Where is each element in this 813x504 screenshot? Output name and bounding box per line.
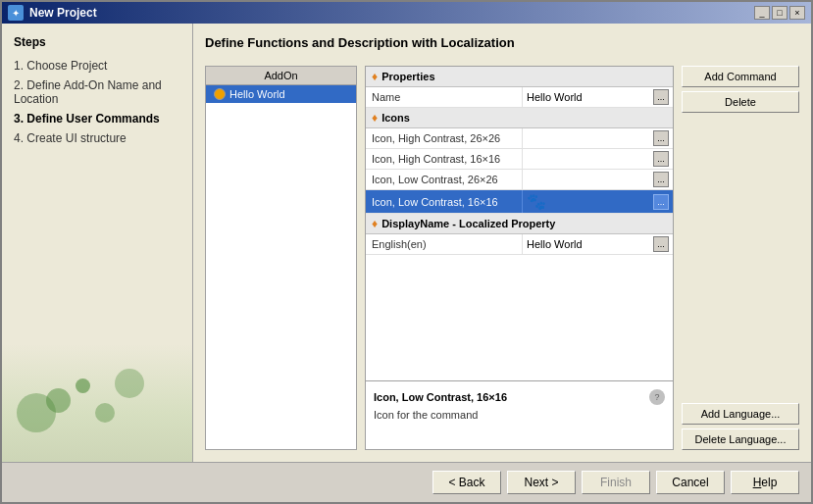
tree-panel: AddOn Hello World — [205, 66, 357, 450]
icon-row-0[interactable]: Icon, High Contrast, 26×26 ... — [366, 128, 673, 149]
english-value: Hello World — [527, 238, 649, 250]
name-row: Name Hello World ... — [366, 87, 673, 108]
window-title: New Project — [29, 6, 97, 20]
icon-edit-button-2[interactable]: ... — [653, 172, 669, 187]
description-text: Icon for the command — [374, 409, 665, 421]
delete-language-button[interactable]: Delete Language... — [682, 428, 799, 450]
back-button[interactable]: < Back — [432, 471, 501, 494]
icon-value-0: ... — [523, 128, 673, 148]
name-edit-button[interactable]: ... — [653, 89, 669, 105]
main-window: ✦ New Project _ □ × Steps 1. Choose Proj… — [0, 0, 813, 504]
page-title: Define Functions and Description with Lo… — [205, 35, 799, 50]
button-spacer — [682, 117, 799, 399]
properties-icon: ♦ — [372, 70, 378, 83]
step-1: 1. Choose Project — [14, 59, 180, 73]
english-label: English(en) — [366, 234, 523, 254]
icon-row-2[interactable]: Icon, Low Contrast, 26×26 ... — [366, 170, 673, 190]
section-icons: ♦ Icons — [366, 108, 673, 128]
step-4: 4. Create UI structure — [14, 131, 180, 145]
bottom-bar: < Back Next > Finish Cancel HHelpelp — [2, 462, 811, 502]
section-displayname: ♦ DisplayName - Localized Property — [366, 214, 673, 234]
title-bar-controls: _ □ × — [754, 6, 805, 20]
sidebar: Steps 1. Choose Project 2. Define Add-On… — [2, 24, 193, 462]
tree-item-hello-world[interactable]: Hello World — [206, 85, 356, 103]
panels-row: AddOn Hello World ♦ Properties — [205, 66, 799, 450]
icon-cursor-placeholder: 🐾 — [527, 193, 546, 210]
english-edit-button[interactable]: ... — [653, 236, 669, 252]
english-row: English(en) Hello World ... — [366, 234, 673, 255]
close-button[interactable]: × — [789, 6, 805, 20]
tree-panel-body[interactable]: Hello World — [206, 85, 356, 449]
bubble-small2 — [95, 403, 115, 423]
displayname-icon: ♦ — [372, 217, 378, 230]
cancel-button[interactable]: Cancel — [656, 471, 725, 494]
help-icon[interactable]: ? — [649, 389, 665, 405]
name-label: Name — [366, 87, 523, 107]
description-panel: Icon, Low Contrast, 16×16 ? Icon for the… — [366, 380, 673, 449]
icon-edit-button-0[interactable]: ... — [653, 130, 669, 146]
title-bar: ✦ New Project _ □ × — [2, 2, 811, 24]
title-bar-left: ✦ New Project — [8, 5, 97, 21]
bubble-medium2 — [115, 369, 144, 398]
icon-edit-button-1[interactable]: ... — [653, 151, 669, 167]
tree-item-icon — [214, 88, 226, 100]
properties-panel: ♦ Properties Name Hello World ... — [365, 66, 674, 450]
window-icon: ✦ — [8, 5, 24, 21]
help-button[interactable]: HHelpelp — [731, 471, 799, 494]
name-value-cell: Hello World ... — [523, 87, 673, 107]
step-2: 2. Define Add-On Name andLocation — [14, 78, 180, 106]
icons-section-icon: ♦ — [372, 111, 378, 125]
section-properties: ♦ Properties — [366, 67, 673, 87]
steps-list: 1. Choose Project 2. Define Add-On Name … — [14, 59, 180, 145]
english-value-cell: Hello World ... — [523, 234, 673, 254]
icon-label-0: Icon, High Contrast, 26×26 — [366, 128, 523, 148]
add-language-button[interactable]: Add Language... — [682, 403, 799, 425]
tree-panel-header: AddOn — [206, 67, 356, 85]
name-value: Hello World — [527, 91, 649, 103]
icon-row-1[interactable]: Icon, High Contrast, 16×16 ... — [366, 149, 673, 170]
finish-button[interactable]: Finish — [582, 471, 650, 494]
properties-table: ♦ Properties Name Hello World ... — [366, 67, 673, 380]
icon-value-3: 🐾 ... — [523, 190, 673, 213]
steps-heading: Steps — [14, 35, 180, 49]
description-header: Icon, Low Contrast, 16×16 ? — [374, 389, 665, 405]
icon-label-1: Icon, High Contrast, 16×16 — [366, 149, 523, 169]
description-title: Icon, Low Contrast, 16×16 — [374, 391, 645, 403]
delete-button[interactable]: Delete — [682, 91, 799, 113]
icon-label-2: Icon, Low Contrast, 26×26 — [366, 170, 523, 189]
add-command-button[interactable]: Add Command — [682, 66, 799, 87]
content-area: Steps 1. Choose Project 2. Define Add-On… — [2, 24, 811, 462]
step-3: 3. Define User Commands — [14, 112, 180, 126]
icon-row-3[interactable]: Icon, Low Contrast, 16×16 🐾 ... — [366, 190, 673, 214]
bubble-small — [76, 378, 90, 393]
minimize-button[interactable]: _ — [754, 6, 770, 20]
icon-label-3: Icon, Low Contrast, 16×16 — [366, 190, 523, 213]
icon-edit-button-3[interactable]: ... — [653, 194, 669, 210]
tree-item-label: Hello World — [229, 88, 285, 100]
main-content: Define Functions and Description with Lo… — [193, 24, 811, 462]
icon-value-2: ... — [523, 170, 673, 189]
icon-value-1: ... — [523, 149, 673, 169]
right-button-panel: Add Command Delete Add Language... Delet… — [682, 66, 799, 450]
next-button[interactable]: Next > — [507, 471, 576, 494]
bubble-medium — [46, 388, 71, 413]
maximize-button[interactable]: □ — [772, 6, 788, 20]
